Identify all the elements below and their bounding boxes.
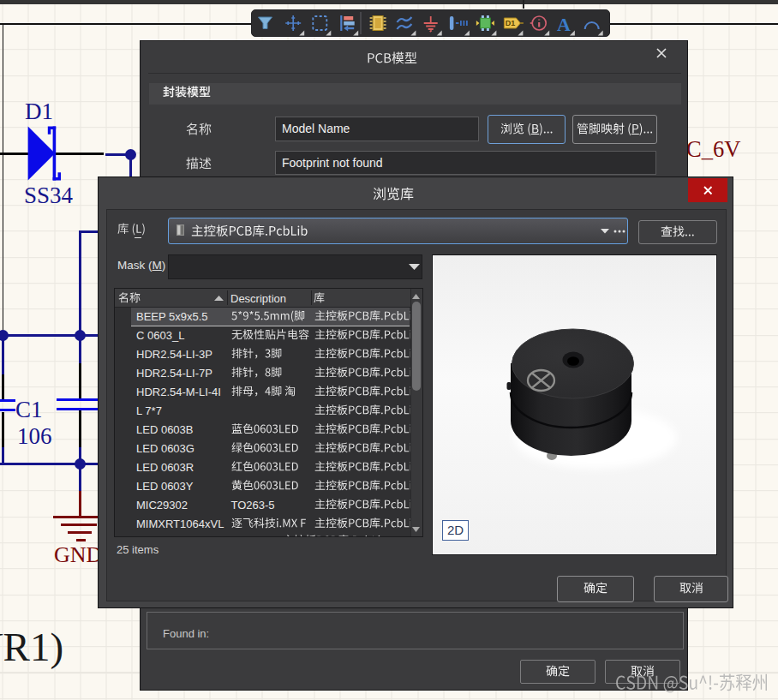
svg-text:D1: D1 (506, 19, 516, 27)
svg-text:A: A (557, 13, 571, 34)
